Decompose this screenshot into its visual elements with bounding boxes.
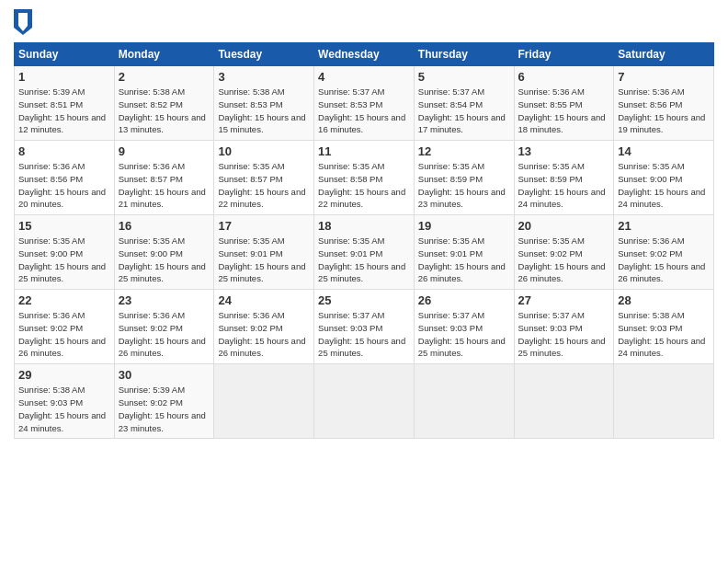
sunset-text: Sunset: 8:53 PM	[218, 99, 282, 109]
sunset-text: Sunset: 9:03 PM	[618, 323, 682, 333]
day-info: Sunrise: 5:37 AM Sunset: 9:03 PM Dayligh…	[418, 309, 510, 360]
sunset-text: Sunset: 9:00 PM	[119, 248, 183, 259]
table-cell: 13 Sunrise: 5:35 AM Sunset: 8:59 PM Dayl…	[514, 141, 614, 215]
daylight-text: Daylight: 15 hours and 24 minutes.	[618, 336, 705, 359]
day-info: Sunrise: 5:36 AM Sunset: 9:02 PM Dayligh…	[119, 309, 210, 360]
table-cell: 29 Sunrise: 5:38 AM Sunset: 9:03 PM Dayl…	[15, 364, 115, 439]
daylight-text: Daylight: 15 hours and 12 minutes.	[18, 112, 106, 135]
day-number: 3	[218, 70, 310, 84]
sunset-text: Sunset: 8:52 PM	[119, 99, 183, 109]
sunset-text: Sunset: 9:00 PM	[618, 174, 682, 184]
day-info: Sunrise: 5:36 AM Sunset: 8:56 PM Dayligh…	[18, 160, 110, 211]
day-number: 24	[218, 293, 310, 307]
day-number: 17	[218, 219, 310, 233]
sunrise-text: Sunrise: 5:36 AM	[18, 310, 85, 320]
sunset-text: Sunset: 8:53 PM	[318, 99, 382, 109]
sunrise-text: Sunrise: 5:36 AM	[618, 236, 684, 246]
day-info: Sunrise: 5:35 AM Sunset: 8:59 PM Dayligh…	[518, 160, 610, 211]
table-cell: 8 Sunrise: 5:36 AM Sunset: 8:56 PM Dayli…	[15, 141, 115, 215]
daylight-text: Daylight: 15 hours and 25 minutes.	[318, 336, 405, 359]
day-info: Sunrise: 5:35 AM Sunset: 9:01 PM Dayligh…	[318, 235, 410, 285]
daylight-text: Daylight: 15 hours and 18 minutes.	[518, 112, 606, 135]
day-number: 22	[18, 293, 110, 307]
daylight-text: Daylight: 15 hours and 23 minutes.	[119, 410, 206, 433]
day-info: Sunrise: 5:38 AM Sunset: 8:53 PM Dayligh…	[218, 86, 310, 136]
sunrise-text: Sunrise: 5:35 AM	[618, 161, 684, 171]
day-number: 4	[318, 70, 410, 84]
sunset-text: Sunset: 9:01 PM	[418, 248, 483, 259]
col-wednesday: Wednesday	[314, 43, 415, 66]
header	[14, 9, 714, 35]
day-number: 14	[618, 144, 710, 158]
col-thursday: Thursday	[414, 43, 514, 66]
sunrise-text: Sunrise: 5:38 AM	[218, 86, 284, 97]
daylight-text: Daylight: 15 hours and 26 minutes.	[518, 261, 606, 284]
table-cell	[514, 364, 614, 439]
sunrise-text: Sunrise: 5:39 AM	[18, 86, 85, 97]
sunrise-text: Sunrise: 5:35 AM	[218, 161, 284, 171]
day-number: 27	[518, 293, 610, 307]
table-cell: 16 Sunrise: 5:35 AM Sunset: 9:00 PM Dayl…	[114, 215, 214, 290]
day-info: Sunrise: 5:36 AM Sunset: 9:02 PM Dayligh…	[18, 309, 110, 360]
sunrise-text: Sunrise: 5:36 AM	[119, 310, 185, 320]
day-info: Sunrise: 5:37 AM Sunset: 9:03 PM Dayligh…	[518, 309, 610, 360]
table-cell: 3 Sunrise: 5:38 AM Sunset: 8:53 PM Dayli…	[214, 66, 314, 141]
table-cell: 17 Sunrise: 5:35 AM Sunset: 9:01 PM Dayl…	[214, 215, 314, 290]
sunrise-text: Sunrise: 5:35 AM	[18, 236, 85, 246]
sunset-text: Sunset: 8:58 PM	[318, 174, 382, 184]
day-number: 19	[418, 219, 510, 233]
day-number: 16	[119, 219, 210, 233]
daylight-text: Daylight: 15 hours and 26 minutes.	[218, 336, 305, 359]
table-cell: 19 Sunrise: 5:35 AM Sunset: 9:01 PM Dayl…	[414, 215, 514, 290]
table-cell: 24 Sunrise: 5:36 AM Sunset: 9:02 PM Dayl…	[214, 290, 314, 364]
day-number: 2	[119, 70, 210, 84]
daylight-text: Daylight: 15 hours and 16 minutes.	[318, 112, 405, 135]
daylight-text: Daylight: 15 hours and 17 minutes.	[418, 112, 506, 135]
sunset-text: Sunset: 8:57 PM	[218, 174, 282, 184]
sunset-text: Sunset: 8:56 PM	[18, 174, 83, 184]
day-number: 12	[418, 144, 510, 158]
table-cell: 18 Sunrise: 5:35 AM Sunset: 9:01 PM Dayl…	[314, 215, 415, 290]
sunset-text: Sunset: 9:02 PM	[518, 248, 583, 259]
col-tuesday: Tuesday	[214, 43, 314, 66]
table-cell: 7 Sunrise: 5:36 AM Sunset: 8:56 PM Dayli…	[614, 66, 714, 141]
table-cell	[614, 364, 714, 439]
day-number: 20	[518, 219, 610, 233]
sunrise-text: Sunrise: 5:37 AM	[518, 310, 585, 320]
day-number: 6	[518, 70, 610, 84]
logo	[14, 9, 36, 35]
day-info: Sunrise: 5:39 AM Sunset: 8:51 PM Dayligh…	[18, 86, 110, 136]
sunset-text: Sunset: 9:01 PM	[218, 248, 282, 259]
daylight-text: Daylight: 15 hours and 25 minutes.	[18, 261, 106, 284]
daylight-text: Daylight: 15 hours and 26 minutes.	[119, 336, 206, 359]
table-cell: 14 Sunrise: 5:35 AM Sunset: 9:00 PM Dayl…	[614, 141, 714, 215]
sunset-text: Sunset: 9:03 PM	[418, 323, 483, 333]
daylight-text: Daylight: 15 hours and 25 minutes.	[518, 336, 606, 359]
sunrise-text: Sunrise: 5:38 AM	[119, 86, 185, 97]
sunset-text: Sunset: 8:59 PM	[518, 174, 583, 184]
table-cell: 10 Sunrise: 5:35 AM Sunset: 8:57 PM Dayl…	[214, 141, 314, 215]
sunrise-text: Sunrise: 5:36 AM	[618, 86, 684, 97]
sunrise-text: Sunrise: 5:37 AM	[418, 310, 484, 320]
sunset-text: Sunset: 9:03 PM	[318, 323, 382, 333]
sunrise-text: Sunrise: 5:38 AM	[618, 310, 684, 320]
day-info: Sunrise: 5:37 AM Sunset: 8:53 PM Dayligh…	[318, 86, 410, 136]
day-number: 9	[119, 144, 210, 158]
week-row-3: 15 Sunrise: 5:35 AM Sunset: 9:00 PM Dayl…	[15, 215, 714, 290]
sunrise-text: Sunrise: 5:35 AM	[518, 236, 585, 246]
day-info: Sunrise: 5:35 AM Sunset: 9:01 PM Dayligh…	[218, 235, 310, 285]
table-cell: 11 Sunrise: 5:35 AM Sunset: 8:58 PM Dayl…	[314, 141, 415, 215]
week-row-5: 29 Sunrise: 5:38 AM Sunset: 9:03 PM Dayl…	[15, 364, 714, 439]
sunrise-text: Sunrise: 5:36 AM	[119, 161, 185, 171]
day-number: 18	[318, 219, 410, 233]
table-cell: 20 Sunrise: 5:35 AM Sunset: 9:02 PM Dayl…	[514, 215, 614, 290]
table-cell: 30 Sunrise: 5:39 AM Sunset: 9:02 PM Dayl…	[114, 364, 214, 439]
logo-icon	[14, 9, 32, 35]
day-number: 29	[18, 368, 110, 382]
day-info: Sunrise: 5:35 AM Sunset: 9:00 PM Dayligh…	[18, 235, 110, 285]
table-cell: 26 Sunrise: 5:37 AM Sunset: 9:03 PM Dayl…	[414, 290, 514, 364]
sunrise-text: Sunrise: 5:35 AM	[418, 236, 484, 246]
sunset-text: Sunset: 8:54 PM	[418, 99, 483, 109]
day-number: 7	[618, 70, 710, 84]
col-sunday: Sunday	[15, 43, 115, 66]
